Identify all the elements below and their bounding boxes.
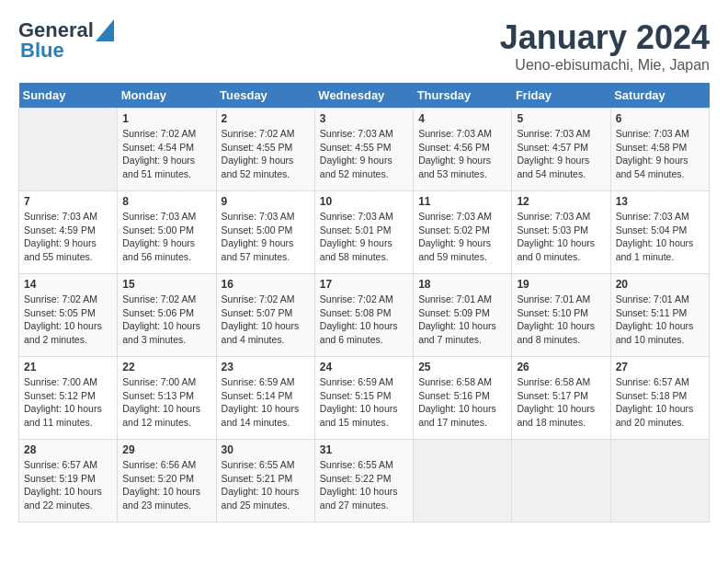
day-info: Sunrise: 6:57 AMSunset: 5:19 PMDaylight:…: [24, 458, 112, 512]
day-info: Sunrise: 6:55 AMSunset: 5:21 PMDaylight:…: [222, 458, 310, 512]
day-info: Sunrise: 6:57 AMSunset: 5:18 PMDaylight:…: [616, 375, 704, 430]
day-number: 3: [320, 112, 408, 125]
day-number: 28: [24, 443, 112, 456]
header-row: SundayMondayTuesdayWednesdayThursdayFrid…: [19, 83, 710, 109]
day-info: Sunrise: 7:00 AMSunset: 5:12 PMDaylight:…: [24, 375, 112, 430]
calendar-week-row: 1Sunrise: 7:02 AMSunset: 4:54 PMDaylight…: [19, 109, 710, 191]
calendar-cell: 11Sunrise: 7:03 AMSunset: 5:02 PMDayligh…: [414, 191, 512, 274]
day-info: Sunrise: 7:02 AMSunset: 4:55 PMDaylight:…: [222, 127, 310, 181]
day-info: Sunrise: 7:03 AMSunset: 4:58 PMDaylight:…: [616, 127, 704, 181]
calendar-cell: [414, 440, 512, 523]
calendar-cell: 14Sunrise: 7:02 AMSunset: 5:05 PMDayligh…: [19, 274, 118, 357]
day-info: Sunrise: 7:03 AMSunset: 4:56 PMDaylight:…: [418, 127, 506, 181]
day-info: Sunrise: 7:03 AMSunset: 4:55 PMDaylight:…: [320, 127, 408, 181]
day-info: Sunrise: 6:59 AMSunset: 5:14 PMDaylight:…: [222, 375, 310, 430]
day-info: Sunrise: 6:58 AMSunset: 5:16 PMDaylight:…: [418, 375, 506, 430]
day-number: 21: [24, 361, 112, 373]
logo: General Blue: [18, 18, 114, 63]
calendar-cell: 15Sunrise: 7:02 AMSunset: 5:06 PMDayligh…: [118, 274, 216, 357]
calendar-cell: 12Sunrise: 7:03 AMSunset: 5:03 PMDayligh…: [512, 191, 610, 274]
day-info: Sunrise: 7:03 AMSunset: 4:59 PMDaylight:…: [24, 210, 112, 264]
day-info: Sunrise: 7:02 AMSunset: 4:54 PMDaylight:…: [122, 127, 210, 181]
day-info: Sunrise: 7:03 AMSunset: 5:02 PMDaylight:…: [418, 210, 506, 264]
day-info: Sunrise: 6:58 AMSunset: 5:17 PMDaylight:…: [517, 375, 605, 430]
day-of-week-header: Thursday: [414, 83, 512, 109]
day-info: Sunrise: 7:02 AMSunset: 5:06 PMDaylight:…: [122, 293, 210, 347]
day-number: 2: [222, 112, 310, 125]
calendar-week-row: 28Sunrise: 6:57 AMSunset: 5:19 PMDayligh…: [19, 440, 710, 523]
day-of-week-header: Monday: [118, 83, 216, 109]
day-number: 4: [418, 112, 506, 125]
day-number: 1: [122, 112, 210, 125]
day-number: 29: [122, 443, 210, 456]
day-number: 12: [517, 195, 605, 208]
calendar-cell: 31Sunrise: 6:55 AMSunset: 5:22 PMDayligh…: [314, 440, 413, 523]
calendar-cell: [512, 440, 610, 523]
day-info: Sunrise: 7:02 AMSunset: 5:05 PMDaylight:…: [24, 293, 112, 347]
day-number: 17: [320, 278, 408, 291]
day-info: Sunrise: 7:01 AMSunset: 5:09 PMDaylight:…: [418, 293, 506, 347]
day-number: 31: [320, 443, 408, 456]
day-number: 5: [517, 112, 605, 125]
day-info: Sunrise: 7:02 AMSunset: 5:07 PMDaylight:…: [222, 293, 310, 347]
calendar-cell: 6Sunrise: 7:03 AMSunset: 4:58 PMDaylight…: [610, 109, 709, 191]
calendar-week-row: 21Sunrise: 7:00 AMSunset: 5:12 PMDayligh…: [19, 357, 710, 440]
day-info: Sunrise: 7:03 AMSunset: 5:00 PMDaylight:…: [122, 210, 210, 264]
day-number: 22: [122, 361, 210, 373]
logo-triangle-icon: [96, 19, 114, 41]
day-number: 6: [616, 112, 704, 125]
calendar-cell: 1Sunrise: 7:02 AMSunset: 4:54 PMDaylight…: [118, 109, 216, 191]
day-number: 27: [616, 361, 704, 373]
day-number: 10: [320, 195, 408, 208]
calendar-cell: 13Sunrise: 7:03 AMSunset: 5:04 PMDayligh…: [610, 191, 709, 274]
title-area: January 2024 Ueno-ebisumachi, Mie, Japan: [500, 18, 710, 74]
day-info: Sunrise: 7:01 AMSunset: 5:10 PMDaylight:…: [517, 293, 605, 347]
header: General Blue January 2024 Ueno-ebisumach…: [18, 18, 710, 74]
calendar-table: SundayMondayTuesdayWednesdayThursdayFrid…: [18, 83, 710, 523]
day-number: 13: [616, 195, 704, 208]
calendar-cell: 20Sunrise: 7:01 AMSunset: 5:11 PMDayligh…: [610, 274, 709, 357]
calendar-cell: 17Sunrise: 7:02 AMSunset: 5:08 PMDayligh…: [314, 274, 413, 357]
day-number: 14: [24, 278, 112, 291]
calendar-cell: [610, 440, 709, 523]
location: Ueno-ebisumachi, Mie, Japan: [500, 57, 710, 74]
day-info: Sunrise: 7:01 AMSunset: 5:11 PMDaylight:…: [616, 293, 704, 347]
day-number: 11: [418, 195, 506, 208]
calendar-cell: 25Sunrise: 6:58 AMSunset: 5:16 PMDayligh…: [414, 357, 512, 440]
calendar-cell: [19, 109, 118, 191]
calendar-cell: 21Sunrise: 7:00 AMSunset: 5:12 PMDayligh…: [19, 357, 118, 440]
day-number: 30: [222, 443, 310, 456]
day-number: 23: [222, 361, 310, 373]
calendar-cell: 27Sunrise: 6:57 AMSunset: 5:18 PMDayligh…: [610, 357, 709, 440]
day-info: Sunrise: 6:56 AMSunset: 5:20 PMDaylight:…: [122, 458, 210, 512]
day-info: Sunrise: 7:03 AMSunset: 5:03 PMDaylight:…: [517, 210, 605, 264]
day-of-week-header: Saturday: [610, 83, 709, 109]
day-info: Sunrise: 7:00 AMSunset: 5:13 PMDaylight:…: [122, 375, 210, 430]
calendar-cell: 8Sunrise: 7:03 AMSunset: 5:00 PMDaylight…: [118, 191, 216, 274]
day-info: Sunrise: 6:59 AMSunset: 5:15 PMDaylight:…: [320, 375, 408, 430]
day-info: Sunrise: 6:55 AMSunset: 5:22 PMDaylight:…: [320, 458, 408, 512]
day-info: Sunrise: 7:03 AMSunset: 5:01 PMDaylight:…: [320, 210, 408, 264]
calendar-cell: 24Sunrise: 6:59 AMSunset: 5:15 PMDayligh…: [314, 357, 413, 440]
day-number: 19: [517, 278, 605, 291]
calendar-cell: 28Sunrise: 6:57 AMSunset: 5:19 PMDayligh…: [19, 440, 118, 523]
calendar-body: 1Sunrise: 7:02 AMSunset: 4:54 PMDaylight…: [19, 109, 710, 523]
day-of-week-header: Wednesday: [314, 83, 413, 109]
day-info: Sunrise: 7:02 AMSunset: 5:08 PMDaylight:…: [320, 293, 408, 347]
calendar-cell: 18Sunrise: 7:01 AMSunset: 5:09 PMDayligh…: [414, 274, 512, 357]
calendar-cell: 4Sunrise: 7:03 AMSunset: 4:56 PMDaylight…: [414, 109, 512, 191]
day-number: 9: [222, 195, 310, 208]
calendar-cell: 7Sunrise: 7:03 AMSunset: 4:59 PMDaylight…: [19, 191, 118, 274]
calendar-header: SundayMondayTuesdayWednesdayThursdayFrid…: [19, 83, 710, 109]
day-number: 20: [616, 278, 704, 291]
svg-marker-0: [96, 19, 114, 41]
day-number: 18: [418, 278, 506, 291]
calendar-cell: 23Sunrise: 6:59 AMSunset: 5:14 PMDayligh…: [216, 357, 314, 440]
day-of-week-header: Friday: [512, 83, 610, 109]
calendar-cell: 10Sunrise: 7:03 AMSunset: 5:01 PMDayligh…: [314, 191, 413, 274]
day-of-week-header: Sunday: [19, 83, 118, 109]
calendar-cell: 16Sunrise: 7:02 AMSunset: 5:07 PMDayligh…: [216, 274, 314, 357]
day-info: Sunrise: 7:03 AMSunset: 4:57 PMDaylight:…: [517, 127, 605, 181]
day-number: 7: [24, 195, 112, 208]
day-info: Sunrise: 7:03 AMSunset: 5:04 PMDaylight:…: [616, 210, 704, 264]
